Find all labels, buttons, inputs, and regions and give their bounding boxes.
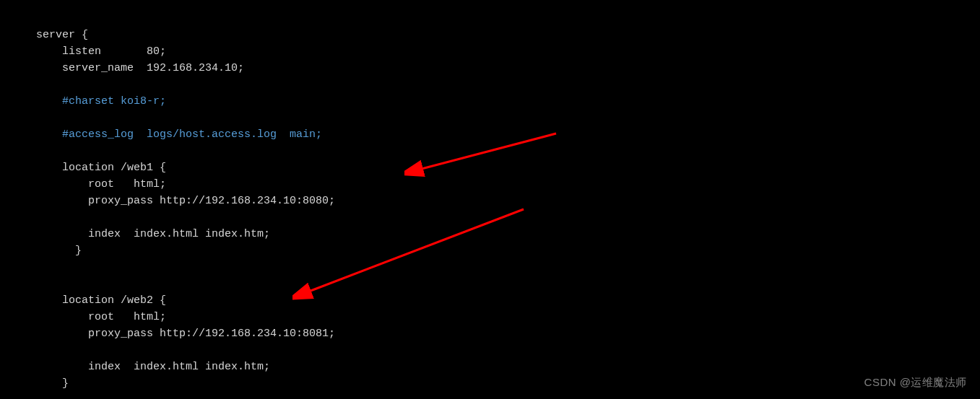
code-line: listen 80; — [36, 45, 166, 58]
code-line: location /web1 { — [36, 162, 166, 174]
code-line: root html; — [36, 178, 166, 190]
code-line: root html; — [36, 311, 166, 323]
svg-line-0 — [419, 133, 556, 170]
code-line: location /web2 { — [36, 294, 166, 307]
code-line: server_name 192.168.234.10; — [36, 62, 244, 74]
arrow-annotation-icon — [404, 126, 563, 184]
code-line: proxy_pass http://192.168.234.10:8081; — [36, 328, 335, 340]
code-line: proxy_pass http://192.168.234.10:8080; — [36, 195, 335, 207]
code-line: index index.html index.htm; — [36, 228, 270, 240]
code-comment: #charset koi8-r; — [36, 95, 166, 108]
code-comment: #access_log logs/host.access.log main; — [36, 128, 322, 141]
code-line: index index.html index.htm; — [36, 361, 270, 373]
code-line: server { — [36, 29, 88, 41]
code-line: } — [36, 245, 82, 257]
code-line: } — [36, 377, 69, 390]
svg-line-1 — [307, 209, 524, 292]
config-code-block: server { listen 80; server_name 192.168.… — [36, 10, 335, 399]
watermark-text: CSDN @运维魔法师 — [864, 374, 967, 390]
